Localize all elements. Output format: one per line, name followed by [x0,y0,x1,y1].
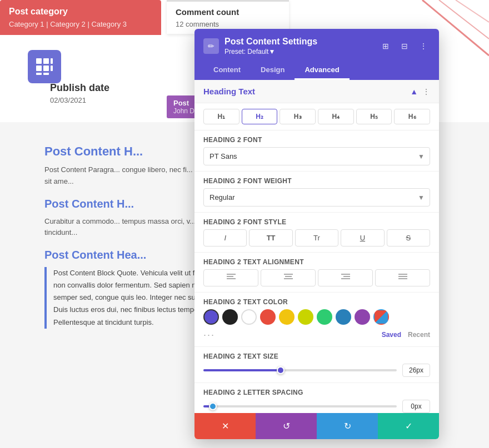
svg-rect-5 [51,58,53,64]
font-weight-label: Heading 2 Font Weight [203,177,430,185]
color-black[interactable] [222,309,238,325]
align-center-btn[interactable] [261,269,316,286]
svg-rect-19 [341,278,350,279]
svg-rect-4 [43,58,49,64]
split-icon[interactable]: ⊟ [398,39,411,53]
align-justify-btn[interactable] [375,269,430,286]
font-style-buttons: I TT Tr U S [203,229,430,246]
text-size-track[interactable] [203,369,397,371]
htab-h1[interactable]: H₁ [203,109,239,124]
htab-h2[interactable]: H₂ [242,109,278,124]
style-strikethrough[interactable]: S [387,229,430,246]
heading-text-title: Heading Text [203,87,255,96]
svg-rect-8 [51,66,53,71]
color-recent-tab[interactable]: Recent [408,331,430,340]
svg-rect-17 [341,274,350,275]
svg-line-2 [456,0,489,22]
collapse-icon[interactable]: ▲ [410,87,418,96]
svg-rect-7 [43,66,49,71]
expand-icon[interactable]: ⊞ [379,39,392,53]
section-more-icon[interactable]: ⋮ [422,87,430,96]
svg-rect-11 [227,274,236,275]
svg-rect-20 [398,274,407,275]
text-size-slider-row: 26px [203,364,430,377]
style-underline[interactable]: U [341,229,384,246]
style-italic[interactable]: I [203,229,247,246]
svg-rect-10 [43,73,49,75]
svg-rect-13 [227,278,236,279]
svg-rect-3 [36,58,42,64]
style-tt[interactable]: TT [249,229,292,246]
panel-tabs: Content Design Advanced [203,61,430,80]
font-select-wrapper: PT Sans ▼ [203,147,430,165]
font-style-label: Heading 2 Font Style [203,218,430,226]
color-tab-group: Saved Recent [382,331,430,340]
htab-h4[interactable]: H₄ [318,109,354,124]
htab-h3[interactable]: H₃ [280,109,316,124]
comment-count-title: Comment count [176,7,280,17]
text-size-value[interactable]: 26px [402,364,430,377]
svg-rect-22 [398,278,407,279]
color-yellow[interactable] [279,309,295,325]
text-alignment-label: Heading 2 Text Alignment [203,258,430,266]
panel-header: ✏ Post Content Settings Preset: Default▼… [194,29,439,80]
panel-footer: ✕ ↺ ↻ ✓ [194,413,439,439]
font-label: Heading 2 Font [203,136,430,144]
tab-design[interactable]: Design [251,61,295,80]
font-style-field: Heading 2 Font Style I TT Tr U S [194,213,439,253]
color-yellow-green[interactable] [298,309,313,325]
letter-spacing-slider-row: 0px [203,400,430,413]
panel-preset[interactable]: Preset: Default▼ [224,48,317,56]
letter-spacing-label: Heading 2 Letter Spacing [203,389,430,396]
letter-spacing-track[interactable] [203,405,397,407]
color-purple[interactable] [203,309,219,325]
letter-spacing-field: Heading 2 Letter Spacing 0px [194,383,439,413]
color-blue[interactable] [336,309,351,325]
alignment-buttons [203,269,430,286]
letter-spacing-value[interactable]: 0px [402,400,430,413]
color-red[interactable] [260,309,276,325]
save-button[interactable]: ✓ [378,413,439,439]
settings-panel: ✏ Post Content Settings Preset: Default▼… [194,29,439,439]
pencil-icon: ✏ [203,38,219,54]
color-saved-tab[interactable]: Saved [382,331,401,340]
text-size-label: Heading 2 Text Size [203,353,430,360]
style-tr[interactable]: Tr [295,229,338,246]
publish-date-label: Publish date [50,82,109,94]
grid-icon-area [28,50,61,83]
text-size-field: Heading 2 Text Size 26px [194,347,439,383]
comment-count-value: 12 comments [176,20,280,28]
reset-button[interactable]: ↺ [256,413,317,439]
font-select[interactable]: PT Sans [203,147,430,165]
redo-button[interactable]: ↻ [317,413,378,439]
text-alignment-field: Heading 2 Text Alignment [194,253,439,293]
font-field: Heading 2 Font PT Sans ▼ [194,130,439,172]
svg-rect-14 [284,274,293,275]
post-category-title: Post category [9,7,152,17]
svg-rect-9 [36,73,42,75]
svg-rect-15 [285,276,292,277]
svg-rect-12 [227,276,233,277]
panel-title-area: ✏ Post Content Settings Preset: Default▼ [203,37,317,56]
htab-h5[interactable]: H₅ [356,109,392,124]
more-icon[interactable]: ⋮ [417,39,430,53]
color-white[interactable] [241,309,257,325]
cancel-button[interactable]: ✕ [194,413,256,439]
align-left-btn[interactable] [203,269,258,286]
htab-h6[interactable]: H₆ [394,109,430,124]
color-more-btn[interactable]: ··· [203,329,215,341]
color-green[interactable] [317,309,332,325]
post-meta-area: Publish date 02/03/2021 [50,82,109,104]
text-color-label: Heading 2 Text Color [203,298,430,306]
tab-advanced[interactable]: Advanced [295,61,349,80]
post-category-categories: Category 1 | Category 2 | Category 3 [9,20,152,28]
text-color-field: Heading 2 Text Color ··· Saved Recent [194,293,439,347]
heading-text-section: Heading Text ▲ ⋮ [194,80,439,103]
tab-content[interactable]: Content [203,61,251,80]
font-weight-select[interactable]: Regular [203,188,430,207]
color-multi[interactable] [373,309,389,325]
section-controls: ▲ ⋮ [410,87,430,96]
panel-icons: ⊞ ⊟ ⋮ [379,39,430,53]
color-violet[interactable] [355,309,370,325]
align-right-btn[interactable] [318,269,373,286]
